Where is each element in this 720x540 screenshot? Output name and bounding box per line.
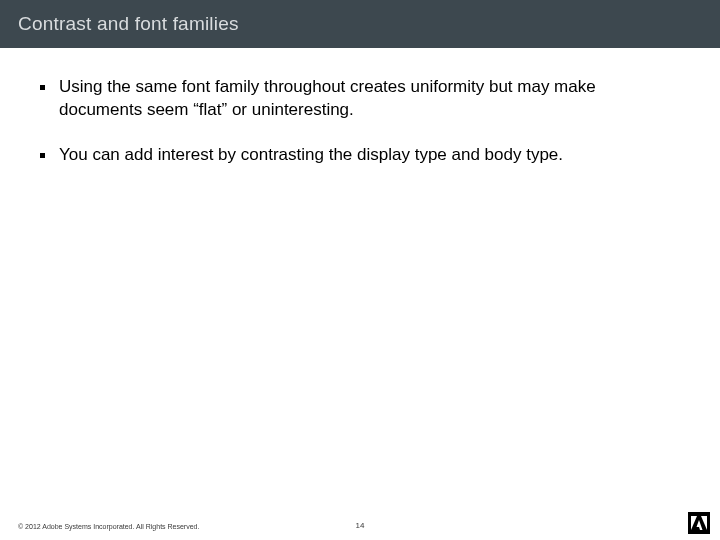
slide-title: Contrast and font families bbox=[18, 13, 239, 35]
bullet-text: Using the same font family throughout cr… bbox=[59, 76, 680, 122]
slide-footer: © 2012 Adobe Systems Incorporated. All R… bbox=[0, 510, 720, 540]
slide-body: Using the same font family throughout cr… bbox=[0, 48, 720, 167]
title-bar: Contrast and font families bbox=[0, 0, 720, 48]
copyright-text: © 2012 Adobe Systems Incorporated. All R… bbox=[18, 523, 199, 530]
page-number: 14 bbox=[356, 521, 365, 530]
adobe-logo-icon bbox=[688, 512, 710, 534]
bullet-text: You can add interest by contrasting the … bbox=[59, 144, 563, 167]
slide: Contrast and font families Using the sam… bbox=[0, 0, 720, 540]
bullet-icon bbox=[40, 153, 45, 158]
list-item: You can add interest by contrasting the … bbox=[40, 144, 680, 167]
bullet-icon bbox=[40, 85, 45, 90]
list-item: Using the same font family throughout cr… bbox=[40, 76, 680, 122]
